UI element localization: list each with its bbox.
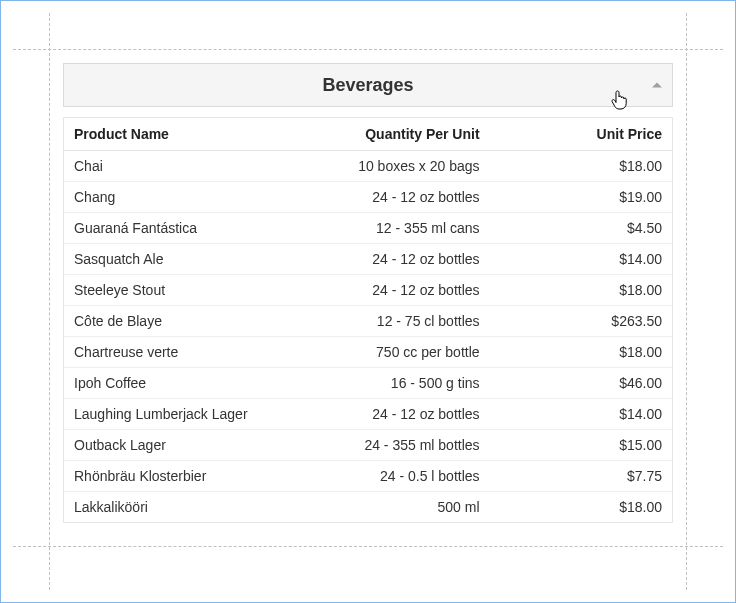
table-header-row: Product Name Quantity Per Unit Unit Pric… xyxy=(64,117,672,151)
table-row[interactable]: Outback Lager24 - 355 ml bottles$15.00 xyxy=(64,430,672,461)
cell-name: Rhönbräu Klosterbier xyxy=(64,461,295,491)
panel-header[interactable]: Beverages xyxy=(63,63,673,107)
table-row[interactable]: Steeleye Stout24 - 12 oz bottles$18.00 xyxy=(64,275,672,306)
cell-name: Sasquatch Ale xyxy=(64,244,295,274)
col-header-qty[interactable]: Quantity Per Unit xyxy=(295,118,490,150)
cell-qty: 24 - 12 oz bottles xyxy=(295,182,490,212)
cell-price: $18.00 xyxy=(490,151,672,181)
col-header-name[interactable]: Product Name xyxy=(64,118,295,150)
cell-qty: 24 - 12 oz bottles xyxy=(295,399,490,429)
cell-qty: 10 boxes x 20 bags xyxy=(295,151,490,181)
cell-price: $7.75 xyxy=(490,461,672,491)
table-row[interactable]: Rhönbräu Klosterbier24 - 0.5 l bottles$7… xyxy=(64,461,672,492)
designer-canvas: Beverages Product Name Quantity Per Unit… xyxy=(0,0,736,603)
table-row[interactable]: Chartreuse verte750 cc per bottle$18.00 xyxy=(64,337,672,368)
cell-price: $18.00 xyxy=(490,337,672,367)
cell-name: Guaraná Fantástica xyxy=(64,213,295,243)
table-row[interactable]: Lakkalikööri500 ml$18.00 xyxy=(64,492,672,522)
cell-name: Chang xyxy=(64,182,295,212)
panel-title: Beverages xyxy=(322,75,413,96)
cell-name: Côte de Blaye xyxy=(64,306,295,336)
cell-qty: 500 ml xyxy=(295,492,490,522)
table-row[interactable]: Chang24 - 12 oz bottles$19.00 xyxy=(64,182,672,213)
cell-price: $15.00 xyxy=(490,430,672,460)
cell-name: Outback Lager xyxy=(64,430,295,460)
cell-name: Ipoh Coffee xyxy=(64,368,295,398)
table-row[interactable]: Guaraná Fantástica12 - 355 ml cans$4.50 xyxy=(64,213,672,244)
cell-name: Chai xyxy=(64,151,295,181)
cell-name: Chartreuse verte xyxy=(64,337,295,367)
cell-qty: 12 - 75 cl bottles xyxy=(295,306,490,336)
cell-qty: 12 - 355 ml cans xyxy=(295,213,490,243)
table-row[interactable]: Ipoh Coffee16 - 500 g tins$46.00 xyxy=(64,368,672,399)
table-row[interactable]: Chai10 boxes x 20 bags$18.00 xyxy=(64,151,672,182)
cell-qty: 16 - 500 g tins xyxy=(295,368,490,398)
table-row[interactable]: Côte de Blaye12 - 75 cl bottles$263.50 xyxy=(64,306,672,337)
product-table: Product Name Quantity Per Unit Unit Pric… xyxy=(63,117,673,523)
cell-qty: 24 - 0.5 l bottles xyxy=(295,461,490,491)
table-row[interactable]: Laughing Lumberjack Lager24 - 12 oz bott… xyxy=(64,399,672,430)
cell-price: $19.00 xyxy=(490,182,672,212)
cell-name: Laughing Lumberjack Lager xyxy=(64,399,295,429)
cell-price: $18.00 xyxy=(490,275,672,305)
cell-price: $4.50 xyxy=(490,213,672,243)
cell-qty: 24 - 12 oz bottles xyxy=(295,244,490,274)
cell-qty: 750 cc per bottle xyxy=(295,337,490,367)
col-header-price[interactable]: Unit Price xyxy=(490,118,672,150)
cell-price: $46.00 xyxy=(490,368,672,398)
collapse-up-icon xyxy=(652,83,662,88)
panel-bar: Beverages Product Name Quantity Per Unit… xyxy=(63,63,673,523)
cell-price: $14.00 xyxy=(490,399,672,429)
cell-price: $18.00 xyxy=(490,492,672,522)
cell-qty: 24 - 355 ml bottles xyxy=(295,430,490,460)
cell-price: $263.50 xyxy=(490,306,672,336)
cell-qty: 24 - 12 oz bottles xyxy=(295,275,490,305)
cell-price: $14.00 xyxy=(490,244,672,274)
cell-name: Steeleye Stout xyxy=(64,275,295,305)
cell-name: Lakkalikööri xyxy=(64,492,295,522)
table-row[interactable]: Sasquatch Ale24 - 12 oz bottles$14.00 xyxy=(64,244,672,275)
